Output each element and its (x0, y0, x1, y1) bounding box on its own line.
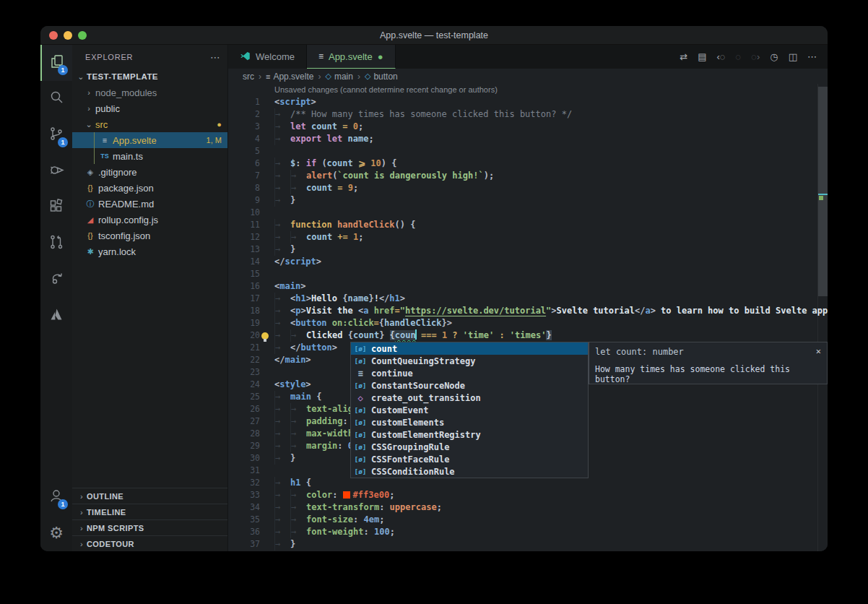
tree-item-tsconfig-json[interactable]: {}tsconfig.json (72, 228, 227, 243)
code-line-13[interactable]: 13→} (228, 243, 817, 256)
code-line-33[interactable]: 33→→color: #ff3e00; (228, 489, 817, 501)
suggest-item-customelements[interactable]: [ø]customElements (351, 416, 588, 428)
symbol-module-icon: ◇ (354, 393, 367, 403)
activity-item-search[interactable] (40, 81, 72, 117)
activity-item-accounts[interactable]: 1 (40, 479, 72, 515)
sidebar-panel-npm-scripts[interactable]: ›NPM SCRIPTS (72, 519, 227, 535)
breadcrumb-item-src[interactable]: src (243, 72, 254, 82)
code-line-14[interactable]: 14</script> (228, 256, 817, 268)
previous-change-icon[interactable]: ◌ (732, 50, 745, 64)
tab-welcome[interactable]: Welcome (228, 45, 307, 69)
glyph-margin (260, 452, 274, 465)
tree-item--gitignore[interactable]: ◈.gitignore (72, 164, 227, 180)
tree-item-src[interactable]: ⌄src● (72, 116, 227, 132)
file-label: public (95, 103, 120, 114)
file-history-icon[interactable]: ◷ (766, 50, 781, 64)
extensions-icon (48, 197, 65, 217)
code-line-6[interactable]: 6→$: if (count ⩾ 10) { (228, 158, 817, 170)
code-line-17[interactable]: 17→<h1>Hello {name}!</h1> (228, 293, 817, 305)
suggest-item-cssgroupingrule[interactable]: [ø]CSSGroupingRule (351, 441, 588, 453)
code-line-18[interactable]: 18→<p>Visit the <a href="https://svelte.… (228, 305, 817, 317)
code-line-19[interactable]: 19→<button on:click={handleClick}> (228, 317, 817, 329)
line-number: 36 (228, 526, 260, 538)
code-line-11[interactable]: 11→function handleClick() { (228, 219, 817, 231)
code-line-8[interactable]: 8→→count = 9; (228, 182, 817, 194)
breadcrumb-item-button[interactable]: ◇button (365, 72, 398, 82)
code-line-36[interactable]: 36→→font-weight: 100; (228, 526, 817, 538)
glyph-margin (260, 317, 274, 329)
code-line-32[interactable]: 32→h1 { (228, 477, 817, 489)
close-icon[interactable]: ✕ (816, 346, 821, 356)
suggest-item-cssconditionrule[interactable]: [ø]CSSConditionRule (351, 465, 588, 478)
code-line-20[interactable]: 20→→Clicked {count} {coun === 1 ? 'time'… (228, 329, 817, 342)
token: { (316, 392, 321, 402)
code-line-15[interactable]: 15 (228, 268, 817, 280)
activity-item-extensions[interactable] (40, 189, 72, 225)
code-line-34[interactable]: 34→→text-transform: uppercase; (228, 501, 817, 514)
activity-item-settings[interactable]: ⚙ (40, 515, 72, 551)
token: : (332, 490, 342, 500)
editor-scrollbar[interactable] (817, 84, 828, 551)
split-editor-icon[interactable]: ◫ (785, 50, 801, 64)
activity-item-azure[interactable] (40, 298, 72, 334)
code-line-2[interactable]: 2→/** How many times has someone clicked… (228, 108, 817, 121)
tree-item-readme-md[interactable]: ⓘREADME.md (72, 196, 227, 212)
code-line-35[interactable]: 35→→font-size: 4em; (228, 514, 817, 526)
chevron-right-icon: › (77, 524, 87, 532)
whitespace-tab: → (274, 231, 290, 243)
code-line-5[interactable]: 5 (228, 145, 817, 158)
breadcrumb-label: App.svelte (273, 72, 313, 82)
code-line-1[interactable]: 1<script> (228, 96, 817, 108)
breadcrumb-separator: › (318, 72, 321, 82)
suggest-item-countqueuingstrategy[interactable]: [ø]CountQueuingStrategy (351, 355, 588, 367)
suggest-item-count[interactable]: [ø]count (351, 342, 588, 355)
tree-item-app-svelte[interactable]: ≡App.svelte1, M (72, 132, 227, 148)
sidebar-panel-codetour[interactable]: ›CODETOUR (72, 535, 227, 551)
activity-item-source-control[interactable]: 1 (40, 117, 72, 153)
code-line-9[interactable]: 9→} (228, 194, 817, 207)
suggest-item-create_out_transition[interactable]: ◇create_out_transition (351, 392, 588, 404)
breadcrumb-item-app-svelte[interactable]: ≡App.svelte (266, 72, 313, 82)
svelte-file-icon: ≡ (318, 51, 324, 61)
tree-item-node-modules[interactable]: ›node_modules (72, 85, 227, 100)
open-changes-icon[interactable]: ▤ (694, 50, 710, 64)
whitespace-tab: → (290, 440, 306, 452)
tab-app-svelte[interactable]: ≡App.svelte● (307, 45, 396, 69)
tree-item-yarn-lock[interactable]: ✱yarn.lock (72, 243, 227, 259)
code-line-4[interactable]: 4→export let name; (228, 133, 817, 145)
suggest-item-customevent[interactable]: [ø]CustomEvent (351, 404, 588, 416)
code-line-7[interactable]: 7→→alert(`count is dangerously high!`); (228, 170, 817, 182)
go-back-icon[interactable]: ‹◌ (713, 50, 729, 64)
suggest-item-cssfontfacerule[interactable]: [ø]CSSFontFaceRule (351, 453, 588, 465)
activity-item-run-debug[interactable] (40, 153, 72, 189)
sidebar-panel-outline[interactable]: ›OUTLINE (72, 488, 227, 504)
lightbulb-icon[interactable] (261, 332, 269, 340)
code-line-10[interactable]: 10 (228, 207, 817, 219)
code-editor[interactable]: Unsaved changes (cannot determine recent… (228, 84, 828, 551)
code-line-37[interactable]: 37→} (228, 538, 817, 551)
suggest-item-constantsourcenode[interactable]: [ø]ConstantSourceNode (351, 379, 588, 392)
tree-item-public[interactable]: ›public (72, 100, 227, 116)
code-line-12[interactable]: 12→→count += 1; (228, 231, 817, 243)
code-line-3[interactable]: 3→let count = 0; (228, 121, 817, 133)
activity-item-live-share[interactable] (40, 262, 72, 298)
code-line-16[interactable]: 16<main> (228, 280, 817, 293)
tree-item-package-json[interactable]: {}package.json (72, 180, 227, 196)
project-root-row[interactable]: ⌄ TEST-TEMPLATE (72, 69, 227, 85)
next-change-icon[interactable]: ◌› (747, 50, 763, 64)
tab-label: Welcome (256, 51, 295, 62)
activity-item-github-pull-requests[interactable] (40, 225, 72, 262)
more-actions-icon[interactable]: ⋯ (804, 50, 820, 64)
breadcrumb-item-main[interactable]: ◇main (325, 72, 352, 82)
modified-badge: ● (217, 120, 222, 129)
compare-changes-icon[interactable]: ⇄ (676, 50, 691, 64)
glyph-margin (260, 354, 274, 366)
tree-item-main-ts[interactable]: TSmain.ts (72, 148, 227, 164)
scrollbar-thumb[interactable] (818, 87, 828, 296)
tree-item-rollup-config-js[interactable]: ◢rollup.config.js (72, 212, 227, 228)
more-actions-icon[interactable]: ⋯ (210, 51, 220, 63)
activity-item-explorer[interactable]: 1 (40, 45, 72, 81)
sidebar-panel-timeline[interactable]: ›TIMELINE (72, 504, 227, 519)
suggest-item-customelementregistry[interactable]: [ø]CustomElementRegistry (351, 428, 588, 441)
suggest-item-continue[interactable]: ≡continue (351, 367, 588, 379)
